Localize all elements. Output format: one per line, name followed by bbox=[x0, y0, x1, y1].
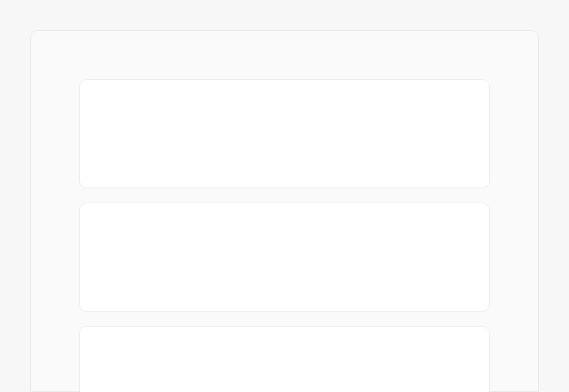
card-1 bbox=[79, 79, 490, 188]
card-2 bbox=[79, 203, 490, 312]
outer-panel bbox=[30, 30, 539, 392]
card-3 bbox=[79, 326, 490, 392]
cards-list bbox=[79, 79, 490, 392]
